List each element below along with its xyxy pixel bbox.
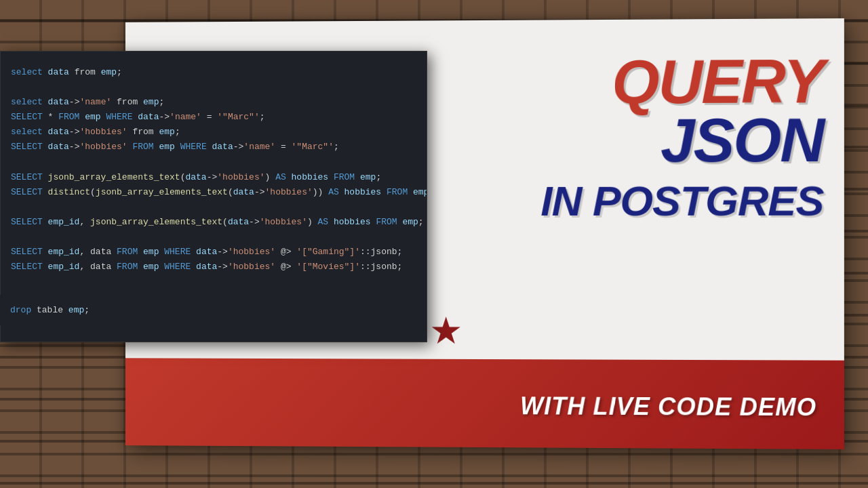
- code-line-blank-1: [11, 80, 416, 95]
- title-query: QUERY: [540, 53, 823, 113]
- code-line-4: select data->'hobbies' from emp;: [11, 125, 416, 140]
- code-line-blank-2: [11, 155, 416, 170]
- code-line-9: SELECT emp_id, data FROM emp WHERE data-…: [11, 245, 416, 260]
- code-line-6: SELECT jsonb_array_elements_text(data->'…: [11, 170, 416, 185]
- code-line-2: select data->'name' from emp;: [11, 95, 416, 110]
- code-line-3: SELECT * FROM emp WHERE data->'name' = '…: [11, 110, 416, 125]
- code-line-blank-4: [11, 230, 416, 245]
- bottom-code-line: drop table emp;: [10, 305, 193, 315]
- title-area: QUERY JSON IN POSTGRES: [540, 53, 823, 225]
- star-icon: ★: [429, 309, 462, 352]
- code-line-7: SELECT distinct(jsonb_array_elements_tex…: [11, 185, 416, 200]
- title-in-postgres: IN POSTGRES: [540, 176, 823, 225]
- code-line-blank-3: [11, 200, 416, 215]
- bottom-code-panel: drop table emp;: [0, 295, 203, 325]
- title-json: JSON: [540, 111, 823, 170]
- code-line-8: SELECT emp_id, jsonb_array_elements_text…: [11, 215, 416, 230]
- code-line-1: select data from emp;: [11, 65, 416, 80]
- code-line-5: SELECT data->'hobbies' FROM emp WHERE da…: [11, 140, 416, 155]
- code-line-10: SELECT emp_id, data FROM emp WHERE data-…: [11, 260, 416, 274]
- live-demo-text: WITH LIVE CODE DEMO: [520, 392, 816, 422]
